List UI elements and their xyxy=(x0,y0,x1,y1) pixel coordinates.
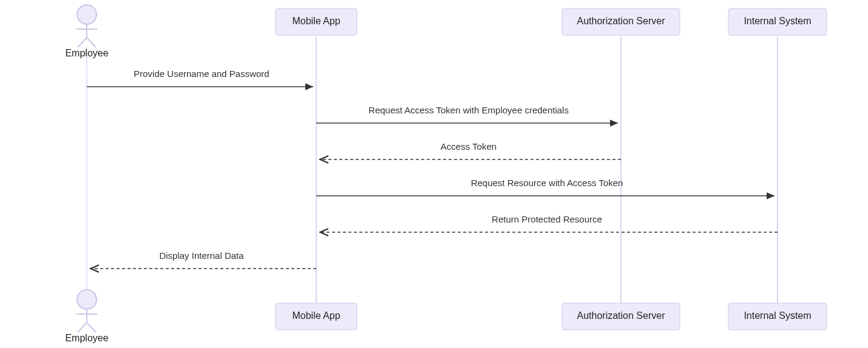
svg-line-14 xyxy=(78,323,87,332)
participant-internal-system-bottom: Internal System xyxy=(728,303,827,330)
message-label-m2: Request Access Token with Employee crede… xyxy=(368,105,569,115)
actor-label-top: Employee xyxy=(65,48,108,58)
svg-line-4 xyxy=(87,38,96,47)
message-label-m3: Access Token xyxy=(441,141,497,152)
participant-label: Internal System xyxy=(744,310,811,321)
actor-employee-bottom: Employee xyxy=(65,290,108,343)
message-label-m1: Provide Username and Password xyxy=(134,69,269,79)
participant-mobile-app-bottom: Mobile App xyxy=(276,303,357,330)
svg-point-11 xyxy=(77,290,97,309)
participant-label: Authorization Server xyxy=(577,310,666,321)
svg-line-3 xyxy=(78,38,87,47)
participant-auth-server-top: Authorization Server xyxy=(562,8,680,35)
participant-label: Mobile App xyxy=(292,16,340,26)
participant-internal-system-top: Internal System xyxy=(728,8,827,35)
svg-line-15 xyxy=(87,323,96,332)
actor-employee-top: Employee xyxy=(65,5,108,58)
message-label-m6: Display Internal Data xyxy=(159,250,244,261)
svg-point-0 xyxy=(77,5,97,24)
message-label-m5: Return Protected Resource xyxy=(492,214,602,224)
sequence-diagram: Employee Mobile App Authorization Server… xyxy=(0,0,868,348)
participant-label: Mobile App xyxy=(292,310,340,321)
participant-label: Authorization Server xyxy=(577,16,666,26)
participant-label: Internal System xyxy=(744,16,811,26)
actor-label-bottom: Employee xyxy=(65,333,108,343)
message-label-m4: Request Resource with Access Token xyxy=(471,178,623,188)
participant-mobile-app-top: Mobile App xyxy=(276,8,357,35)
participant-auth-server-bottom: Authorization Server xyxy=(562,303,680,330)
